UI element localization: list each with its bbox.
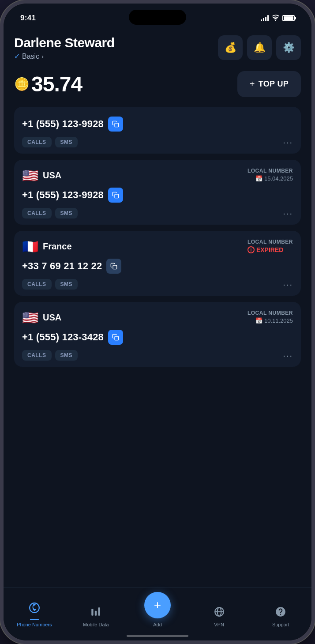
calls-tag-1: CALLS — [22, 137, 52, 147]
vpn-icon — [214, 606, 225, 620]
card-country-4: 🇺🇸 USA — [22, 310, 61, 325]
svg-rect-5 — [92, 609, 94, 616]
balance-row: 🪙 35.74 + TOP UP — [14, 71, 301, 97]
expired-text: EXPIRED — [256, 246, 283, 253]
calendar-icon-2: 📅 — [255, 175, 262, 182]
expiry-date-4: 📅 10.11.2025 — [248, 317, 293, 324]
copy-button-2[interactable] — [108, 188, 123, 203]
more-button-3[interactable]: ··· — [283, 279, 293, 290]
svg-rect-2 — [113, 265, 117, 269]
nav-support[interactable]: Support — [250, 606, 311, 627]
nav-label-data: Mobile Data — [83, 622, 109, 627]
sms-tag-4: SMS — [55, 350, 78, 361]
nav-label-add: Add — [153, 622, 162, 627]
plan-text: Basic — [22, 53, 39, 60]
card-footer-4: CALLS SMS ··· — [22, 350, 293, 367]
nav-label-support: Support — [272, 622, 289, 627]
copy-button-4[interactable] — [108, 330, 123, 345]
status-icons — [261, 15, 295, 22]
calls-tag-2: CALLS — [22, 208, 52, 218]
country-name-4: USA — [43, 313, 61, 323]
phone-inner: 9:41 — [4, 4, 311, 640]
wallet-button[interactable]: 💰 — [218, 35, 243, 60]
card-meta-3: LOCAL NUMBER i EXPIRED — [248, 239, 293, 253]
main-content: Darlene Steward ✓ Basic › 💰 🔔 ⚙ — [4, 26, 311, 367]
country-name-2: USA — [43, 170, 61, 181]
gear-icon: ⚙️ — [283, 42, 295, 53]
tags-1: CALLS SMS — [22, 137, 78, 147]
card-footer-1: CALLS SMS ··· — [22, 137, 293, 147]
more-button-4[interactable]: ··· — [283, 350, 293, 361]
phone-card-1: +1 (555) 123-9928 CALLS SMS ··· — [14, 107, 301, 154]
dynamic-island — [129, 10, 186, 25]
header-left: Darlene Steward ✓ Basic › — [14, 35, 115, 60]
calls-tag-4: CALLS — [22, 350, 52, 361]
flag-usa-2: 🇺🇸 — [22, 168, 38, 183]
nav-label-vpn: VPN — [214, 622, 224, 627]
settings-button[interactable]: ⚙️ — [276, 35, 301, 60]
notifications-button[interactable]: 🔔 — [247, 35, 272, 60]
copy-button-1[interactable] — [108, 117, 123, 132]
phone-row-3: +33 7 69 21 12 22 — [22, 259, 293, 274]
phone-card-3: 🇫🇷 France LOCAL NUMBER i EXPIRED +33 7 6… — [14, 231, 301, 296]
support-icon — [275, 606, 286, 620]
nav-vpn[interactable]: VPN — [188, 606, 250, 627]
card-header-2: 🇺🇸 USA LOCAL NUMBER 📅 15.04.2025 — [22, 168, 293, 183]
user-name: Darlene Steward — [14, 35, 115, 50]
number-type-2: LOCAL NUMBER — [248, 168, 293, 174]
mobile-data-icon — [90, 606, 101, 620]
nav-phone-numbers[interactable]: Phone Numbers — [4, 602, 65, 627]
card-footer-3: CALLS SMS ··· — [22, 279, 293, 290]
flag-usa-4: 🇺🇸 — [22, 310, 38, 325]
nav-label-phone: Phone Numbers — [17, 622, 52, 627]
copy-icon-2 — [112, 192, 119, 199]
svg-rect-3 — [115, 336, 119, 340]
phone-number-2: +1 (555) 123-9928 — [22, 189, 104, 201]
more-button-2[interactable]: ··· — [283, 208, 293, 218]
card-header-3: 🇫🇷 France LOCAL NUMBER i EXPIRED — [22, 239, 293, 254]
signal-icon — [261, 15, 269, 21]
plan-chevron: › — [41, 53, 44, 60]
copy-button-3[interactable] — [106, 259, 121, 274]
wallet-icon: 💰 — [225, 42, 236, 53]
copy-icon-4 — [112, 334, 119, 341]
number-type-3: LOCAL NUMBER — [248, 239, 293, 245]
more-button-1[interactable]: ··· — [283, 137, 293, 147]
home-indicator — [127, 635, 188, 637]
tags-4: CALLS SMS — [22, 350, 78, 361]
tags-3: CALLS SMS — [22, 279, 78, 290]
coin-icon: 🪙 — [14, 77, 30, 91]
copy-icon-3 — [110, 263, 117, 270]
nav-add[interactable]: + Add — [127, 592, 188, 627]
calendar-icon-4: 📅 — [255, 317, 262, 324]
plan-badge[interactable]: ✓ Basic › — [14, 52, 115, 60]
topup-button[interactable]: + TOP UP — [237, 71, 301, 97]
wifi-icon — [272, 15, 279, 22]
phone-number-4: +1 (555) 123-3428 — [22, 331, 104, 343]
phone-numbers-icon — [29, 602, 40, 616]
header-buttons: 💰 🔔 ⚙️ — [218, 35, 301, 60]
nav-mobile-data[interactable]: Mobile Data — [65, 606, 127, 627]
svg-rect-0 — [115, 123, 119, 127]
verified-icon: ✓ — [14, 52, 20, 60]
expiry-text-2: 15.04.2025 — [264, 175, 293, 182]
status-time: 9:41 — [20, 14, 36, 23]
phone-card-4: 🇺🇸 USA LOCAL NUMBER 📅 10.11.2025 +1 (555… — [14, 302, 301, 367]
number-type-4: LOCAL NUMBER — [248, 310, 293, 316]
card-header-4: 🇺🇸 USA LOCAL NUMBER 📅 10.11.2025 — [22, 310, 293, 325]
svg-rect-7 — [98, 607, 100, 615]
active-indicator — [30, 619, 39, 620]
expiry-date-2: 📅 15.04.2025 — [248, 175, 293, 182]
phone-number-3: +33 7 69 21 12 22 — [22, 260, 102, 272]
info-icon: i — [248, 246, 255, 253]
bell-icon: 🔔 — [254, 42, 266, 53]
svg-rect-6 — [95, 611, 97, 616]
sms-tag-2: SMS — [55, 208, 78, 218]
flag-france: 🇫🇷 — [22, 239, 38, 254]
topup-label: TOP UP — [259, 79, 289, 89]
card-country-3: 🇫🇷 France — [22, 239, 72, 254]
card-meta-2: LOCAL NUMBER 📅 15.04.2025 — [248, 168, 293, 182]
expiry-text-4: 10.11.2025 — [264, 317, 293, 324]
sms-tag-1: SMS — [55, 137, 78, 147]
add-button[interactable]: + — [144, 592, 171, 618]
